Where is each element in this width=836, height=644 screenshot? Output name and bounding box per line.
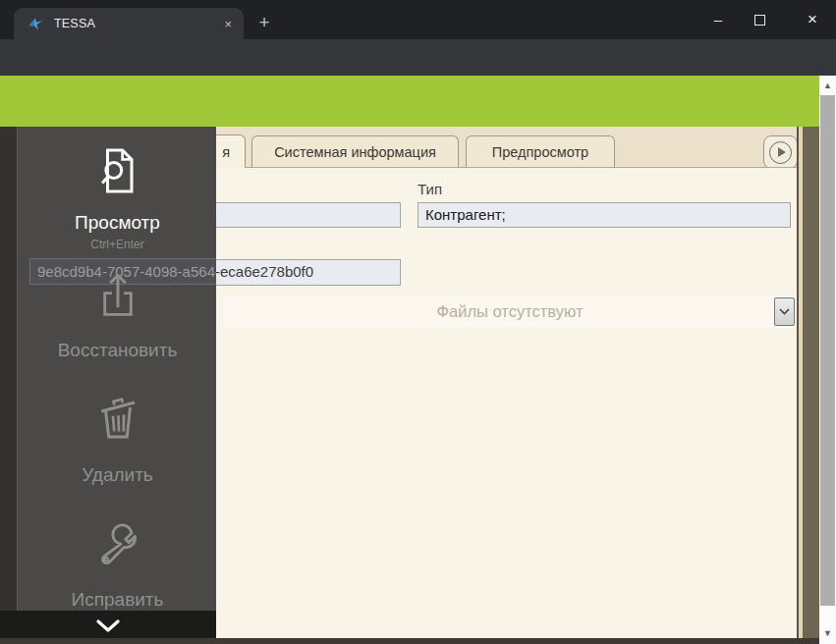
restore-upload-icon (89, 267, 146, 324)
chevron-down-icon (779, 308, 790, 315)
type-field[interactable]: Контрагент; (418, 202, 791, 228)
type-label: Тип (418, 181, 442, 197)
window-close-button[interactable]: × (798, 8, 827, 31)
files-section: Файлы отсутствуют (224, 295, 796, 328)
menu-item-label: Просмотр (19, 212, 216, 234)
view-document-icon (90, 143, 145, 198)
window-minimize-button[interactable]: – (703, 8, 733, 31)
bottom-border (0, 638, 819, 644)
files-empty-placeholder: Файлы отсутствуют (224, 295, 796, 328)
sidebar-left-edge (0, 127, 18, 644)
wrench-icon (89, 518, 146, 575)
scroll-up-icon[interactable]: ▲ (819, 78, 836, 94)
trash-icon (88, 388, 147, 447)
menu-item-view[interactable]: Просмотр Ctrl+Enter (19, 143, 216, 251)
tab-close-icon[interactable]: × (224, 17, 232, 31)
browser-tab-title: TESSA (54, 17, 95, 30)
menu-item-label: Восстановить (19, 340, 216, 361)
chevron-down-icon (94, 619, 122, 633)
new-tab-button[interactable]: + (251, 10, 277, 35)
menu-item-restore[interactable]: Восстановить (19, 267, 216, 361)
card-actions-menu: Просмотр Ctrl+Enter 9e8cd9b4-7057-4098-a… (0, 127, 216, 644)
page-scrollbar[interactable]: ▲ ▼ (819, 76, 836, 644)
scrollbar-thumb[interactable] (820, 95, 835, 606)
menu-item-label: Исправить (19, 589, 216, 611)
menu-item-repair[interactable]: Исправить (19, 518, 216, 611)
run-preview-button[interactable] (763, 135, 798, 169)
tessa-favicon-bird-icon (28, 16, 44, 32)
files-dropdown-button[interactable] (774, 297, 795, 326)
menu-item-delete[interactable]: Удалить (19, 388, 216, 486)
menu-item-shortcut: Ctrl+Enter (19, 238, 216, 251)
scroll-down-icon[interactable]: ▼ (819, 625, 836, 642)
play-icon (769, 141, 792, 164)
browser-toolbar: ← → ⟳ https://tessa-pc/tessacore/web/car… (0, 39, 836, 76)
tab-preview[interactable]: Предпросмотр (466, 135, 615, 167)
right-splitter[interactable] (803, 127, 819, 638)
menu-item-label: Удалить (19, 464, 216, 486)
browser-tab[interactable]: TESSA × (14, 8, 244, 39)
browser-titlebar: TESSA × + – × (0, 0, 836, 39)
app-header: Контрагент для удаления Удалённая карточ… (0, 76, 819, 127)
tab-system-info[interactable]: Системная информация (251, 135, 459, 167)
window-maximize-button[interactable] (754, 15, 765, 26)
menu-scroll-down-button[interactable] (0, 611, 216, 641)
